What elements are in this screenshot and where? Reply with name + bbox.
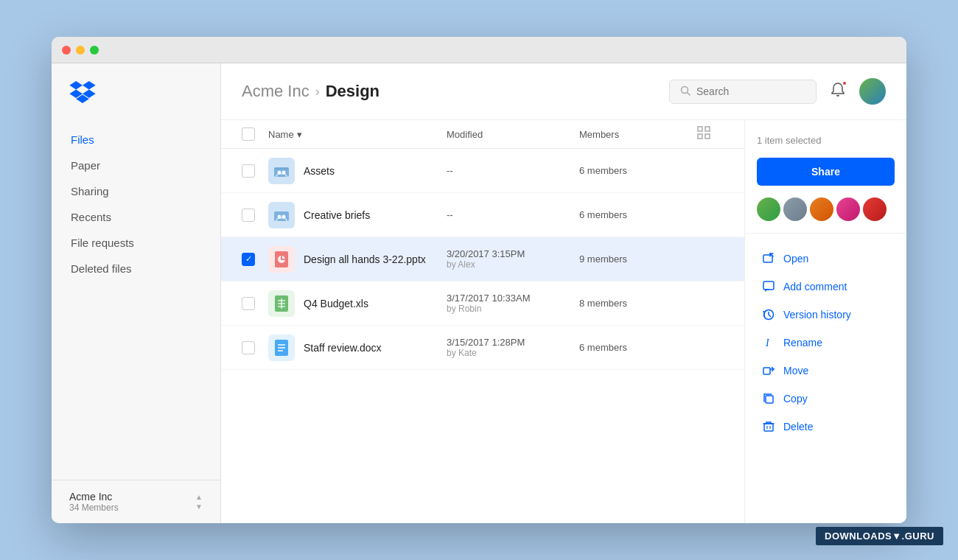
xlsx-icon bbox=[268, 290, 295, 317]
action-copy[interactable]: Copy bbox=[757, 385, 895, 412]
members-cell: 6 members bbox=[579, 342, 697, 353]
file-name-text: Staff review.docx bbox=[304, 342, 382, 354]
sidebar-nav: Files Paper Sharing Recents File request… bbox=[52, 127, 220, 480]
notification-dot bbox=[842, 80, 847, 86]
chevron-up-icon: ▲ bbox=[195, 493, 203, 501]
close-button[interactable] bbox=[62, 46, 71, 55]
members-cell: 6 members bbox=[579, 209, 697, 220]
logo-area bbox=[52, 81, 220, 127]
user-avatar[interactable] bbox=[859, 78, 886, 105]
svg-rect-29 bbox=[764, 424, 773, 431]
table-row[interactable]: Design all hands 3-22.pptx 3/20/2017 3:1… bbox=[221, 237, 744, 281]
members-cell: 8 members bbox=[579, 298, 697, 309]
sidebar-item-sharing[interactable]: Sharing bbox=[60, 178, 211, 204]
sidebar: Files Paper Sharing Recents File request… bbox=[52, 63, 221, 523]
svg-rect-5 bbox=[705, 134, 710, 139]
table-row[interactable]: Creative briefs -- 6 members bbox=[221, 193, 744, 237]
action-version-history[interactable]: Version history bbox=[757, 301, 895, 328]
select-all-checkbox[interactable] bbox=[242, 127, 255, 141]
file-area: Name ▾ Modified Members bbox=[221, 120, 906, 523]
workspace-members: 34 Members bbox=[69, 503, 119, 513]
action-delete[interactable]: Delete bbox=[757, 413, 895, 440]
watermark: DOWNLOADS▼.GURU bbox=[816, 527, 943, 545]
workspace-info: Acme Inc 34 Members bbox=[69, 491, 119, 513]
file-name-cell: Creative briefs bbox=[268, 202, 447, 228]
delete-icon bbox=[761, 419, 776, 434]
svg-rect-28 bbox=[766, 396, 773, 403]
modified-cell: 3/17/2017 10:33AM by Robin bbox=[447, 293, 579, 314]
member-avatar-2[interactable] bbox=[783, 197, 807, 221]
main-area: Acme Inc › Design bbox=[221, 63, 906, 523]
folder-team-icon bbox=[268, 202, 295, 228]
members-cell: 6 members bbox=[579, 165, 697, 176]
dropbox-logo-icon bbox=[69, 81, 96, 103]
folder-team-icon bbox=[268, 158, 295, 184]
divider bbox=[745, 233, 906, 234]
search-box[interactable] bbox=[669, 80, 817, 104]
open-icon bbox=[761, 251, 776, 266]
sidebar-item-paper[interactable]: Paper bbox=[60, 153, 211, 178]
top-bar: Acme Inc › Design bbox=[221, 63, 906, 120]
member-avatar-4[interactable] bbox=[836, 197, 860, 221]
maximize-button[interactable] bbox=[90, 46, 99, 55]
row-checkbox-creative-briefs[interactable] bbox=[242, 209, 255, 222]
breadcrumb-parent[interactable]: Acme Inc bbox=[242, 82, 310, 101]
version-history-icon bbox=[761, 307, 776, 322]
action-copy-label: Copy bbox=[783, 393, 808, 405]
file-name-cell: Design all hands 3-22.pptx bbox=[268, 246, 447, 273]
file-list: Name ▾ Modified Members bbox=[221, 120, 744, 523]
file-name-text: Assets bbox=[304, 165, 335, 177]
modified-cell: 3/15/2017 1:28PM by Kate bbox=[447, 337, 579, 358]
minimize-button[interactable] bbox=[76, 46, 85, 55]
titlebar bbox=[52, 37, 906, 63]
row-checkbox-design-all-hands[interactable] bbox=[242, 253, 255, 266]
svg-text:I: I bbox=[765, 337, 770, 349]
member-avatar-3[interactable] bbox=[810, 197, 833, 221]
pptx-icon bbox=[268, 246, 295, 273]
modified-cell: -- bbox=[447, 165, 579, 176]
action-delete-label: Delete bbox=[783, 421, 813, 433]
table-row[interactable]: Assets -- 6 members bbox=[221, 149, 744, 193]
file-name-text: Design all hands 3-22.pptx bbox=[304, 253, 426, 265]
row-checkbox-q4-budget[interactable] bbox=[242, 297, 255, 310]
breadcrumb-separator: › bbox=[315, 84, 320, 99]
view-toggle-button[interactable] bbox=[697, 126, 724, 142]
member-avatar-5[interactable] bbox=[863, 197, 887, 221]
share-button[interactable]: Share bbox=[757, 158, 895, 186]
table-row[interactable]: Staff review.docx 3/15/2017 1:28PM by Ka… bbox=[221, 326, 744, 370]
member-avatars bbox=[757, 197, 895, 221]
breadcrumb: Acme Inc › Design bbox=[242, 82, 380, 101]
sidebar-item-recents[interactable]: Recents bbox=[60, 204, 211, 230]
selected-count: 1 item selected bbox=[757, 135, 895, 146]
workspace-chevrons[interactable]: ▲ ▼ bbox=[195, 493, 203, 511]
file-name-cell: Q4 Budget.xls bbox=[268, 290, 447, 317]
members-cell: 9 members bbox=[579, 253, 697, 265]
column-name-header[interactable]: Name ▾ bbox=[268, 129, 447, 140]
action-open-label: Open bbox=[783, 253, 808, 265]
move-icon bbox=[761, 363, 776, 378]
action-add-comment[interactable]: Add comment bbox=[757, 273, 895, 300]
right-panel: 1 item selected Share bbox=[744, 120, 906, 523]
action-move-label: Move bbox=[783, 365, 808, 377]
member-avatar-1[interactable] bbox=[757, 197, 780, 221]
action-move[interactable]: Move bbox=[757, 357, 895, 384]
sidebar-item-files[interactable]: Files bbox=[60, 127, 211, 153]
row-checkbox-assets[interactable] bbox=[242, 164, 255, 178]
top-bar-right bbox=[669, 78, 886, 105]
search-input[interactable] bbox=[696, 85, 805, 97]
sidebar-item-deleted-files[interactable]: Deleted files bbox=[60, 256, 211, 281]
file-table-header: Name ▾ Modified Members bbox=[221, 120, 744, 149]
table-row[interactable]: Q4 Budget.xls 3/17/2017 10:33AM by Robin… bbox=[221, 281, 744, 326]
sort-icon: ▾ bbox=[297, 129, 302, 140]
notification-button[interactable] bbox=[827, 79, 849, 104]
action-rename[interactable]: I Rename bbox=[757, 329, 895, 356]
row-checkbox-staff-review[interactable] bbox=[242, 341, 255, 354]
workspace-name: Acme Inc bbox=[69, 491, 119, 503]
sidebar-footer: Acme Inc 34 Members ▲ ▼ bbox=[52, 480, 220, 523]
action-open[interactable]: Open bbox=[757, 245, 895, 272]
column-modified-header: Modified bbox=[447, 129, 579, 140]
sidebar-item-file-requests[interactable]: File requests bbox=[60, 230, 211, 256]
file-name-cell: Staff review.docx bbox=[268, 335, 447, 361]
copy-icon bbox=[761, 391, 776, 406]
search-icon bbox=[680, 85, 690, 98]
